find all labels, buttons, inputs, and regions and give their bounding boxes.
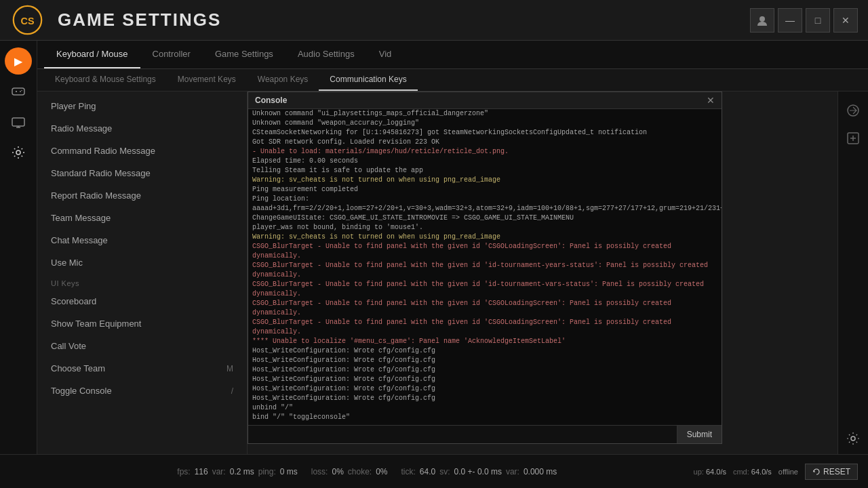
svg-point-2 (760, 16, 765, 22)
settings-item-chat-message[interactable]: Chat Message (37, 229, 247, 251)
svg-point-16 (851, 436, 855, 441)
console-output: Unknown command "joy_lookspin_default"Un… (248, 109, 722, 425)
sidebar-icon-settings[interactable] (5, 139, 32, 166)
settings-area: Player Ping Radio Message Command Radio … (37, 92, 868, 488)
right-edge-icons (837, 92, 868, 454)
console-input-bar: Submit (248, 425, 722, 443)
status-stats: fps: 116 var: 0.2 ms ping: 0 ms loss: 0%… (177, 467, 557, 476)
settings-item-player-ping[interactable]: Player Ping (37, 95, 247, 117)
settings-item-toggle-console[interactable]: Toggle Console / (37, 380, 247, 402)
section-header-ui-keys: UI Keys (37, 274, 247, 290)
right-icon-2[interactable] (841, 126, 865, 150)
sub-tab-keyboard-mouse-settings[interactable]: Keyboard & Mouse Settings (44, 69, 167, 91)
svg-rect-8 (12, 118, 24, 126)
settings-item-radio-message[interactable]: Radio Message (37, 117, 247, 140)
sub-tab-communication-keys[interactable]: Communication Keys (319, 69, 417, 91)
svg-point-7 (21, 90, 22, 92)
offline-status: offline (778, 468, 798, 476)
sub-tab-bar: Keyboard & Mouse Settings Movement Keys … (37, 69, 868, 92)
top-avatar[interactable] (750, 8, 774, 33)
settings-item-command-radio-message[interactable]: Command Radio Message (37, 140, 247, 162)
right-icon-settings[interactable] (841, 426, 865, 451)
settings-item-use-mic[interactable]: Use Mic (37, 251, 247, 274)
tab-game-settings[interactable]: Game Settings (203, 41, 285, 68)
settings-item-report-radio-message[interactable]: Report Radio Message (37, 184, 247, 207)
top-minimize[interactable]: — (778, 8, 802, 33)
tab-vid[interactable]: Vid (367, 41, 404, 68)
sub-tab-weapon-keys[interactable]: Weapon Keys (247, 69, 319, 91)
sidebar-icon-tv[interactable] (5, 108, 32, 136)
logo: CS (10, 3, 44, 37)
console-title-bar: Console ✕ (248, 92, 722, 109)
console-window: Console ✕ Unknown command "joy_lookspin_… (248, 92, 722, 444)
settings-item-show-team-equipment[interactable]: Show Team Equipment (37, 312, 247, 335)
top-right-icons: — □ ✕ (750, 8, 858, 33)
settings-item-call-vote[interactable]: Call Vote (37, 335, 247, 357)
settings-item-choose-team[interactable]: Choose Team M (37, 357, 247, 380)
right-icon-1[interactable] (841, 98, 865, 123)
top-bar: CS GAME SETTINGS — □ ✕ (0, 0, 868, 41)
sidebar-icons: ▶ (0, 41, 37, 488)
tab-keyboard-mouse[interactable]: Keyboard / Mouse (44, 41, 140, 68)
svg-point-11 (16, 150, 20, 155)
sidebar-icon-gamepad[interactable] (5, 78, 32, 105)
status-bar: fps: 116 var: 0.2 ms ping: 0 ms loss: 0%… (0, 454, 868, 488)
settings-item-standard-radio-message[interactable]: Standard Radio Message (37, 162, 247, 184)
sidebar-icon-play[interactable]: ▶ (5, 47, 32, 75)
svg-point-6 (20, 91, 21, 92)
sub-tab-movement-keys[interactable]: Movement Keys (167, 69, 247, 91)
main-content: Keyboard / Mouse Controller Game Setting… (37, 41, 868, 488)
status-right: up: 64.0/s cmd: 64.0/s offline RESET (694, 464, 858, 480)
page-title: GAME SETTINGS (58, 9, 221, 30)
tab-audio-settings[interactable]: Audio Settings (285, 41, 367, 68)
console-input[interactable] (248, 426, 677, 443)
console-title: Console (255, 96, 287, 105)
tab-controller[interactable]: Controller (140, 41, 203, 68)
svg-text:CS: CS (20, 16, 34, 26)
right-panel: Console ✕ Unknown command "joy_lookspin_… (248, 92, 868, 488)
svg-rect-3 (12, 88, 24, 95)
reset-button[interactable]: RESET (805, 464, 858, 480)
top-maximize[interactable]: □ (806, 8, 830, 33)
settings-list: Player Ping Radio Message Command Radio … (37, 92, 248, 488)
tab-bar: Keyboard / Mouse Controller Game Setting… (37, 41, 868, 69)
settings-item-scoreboard[interactable]: Scoreboard (37, 290, 247, 312)
top-close[interactable]: ✕ (833, 8, 858, 33)
console-submit-button[interactable]: Submit (677, 426, 722, 443)
settings-item-team-message[interactable]: Team Message (37, 207, 247, 229)
console-close-icon[interactable]: ✕ (707, 96, 715, 105)
